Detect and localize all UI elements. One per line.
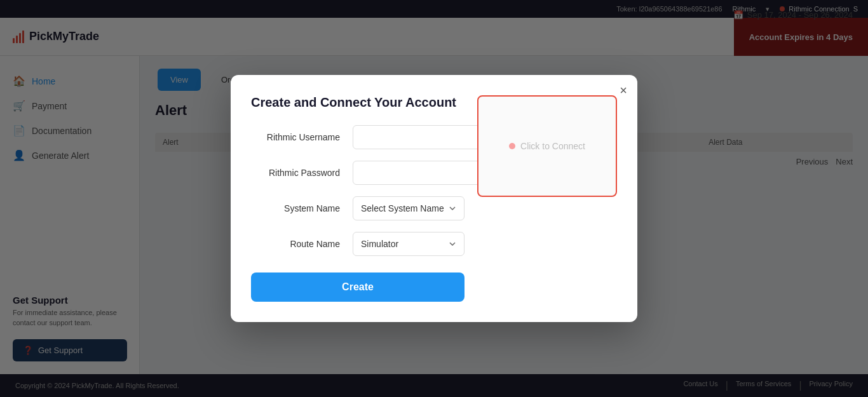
click-to-connect-box[interactable]: Click to Connect bbox=[477, 95, 617, 197]
system-name-select[interactable]: Select System Name bbox=[353, 196, 465, 220]
modal-dialog: × Create and Connect Your Account Click … bbox=[231, 75, 637, 322]
password-label: Rithmic Password bbox=[251, 168, 353, 178]
password-input[interactable] bbox=[353, 161, 480, 185]
route-name-row: Route Name Simulator Live bbox=[251, 232, 465, 256]
system-name-row: System Name Select System Name bbox=[251, 196, 465, 220]
route-name-select[interactable]: Simulator Live bbox=[353, 232, 465, 256]
password-row: Rithmic Password bbox=[251, 161, 465, 185]
system-name-label: System Name bbox=[251, 203, 353, 213]
username-input[interactable] bbox=[353, 125, 480, 149]
create-button[interactable]: Create bbox=[251, 273, 465, 302]
username-label: Rithmic Username bbox=[251, 132, 353, 142]
connect-box-content: Click to Connect bbox=[509, 141, 585, 151]
route-name-label: Route Name bbox=[251, 239, 353, 249]
connect-dot-icon bbox=[509, 143, 515, 149]
modal-overlay: × Create and Connect Your Account Click … bbox=[0, 0, 868, 397]
username-row: Rithmic Username bbox=[251, 125, 465, 149]
modal-close-button[interactable]: × bbox=[620, 84, 627, 97]
